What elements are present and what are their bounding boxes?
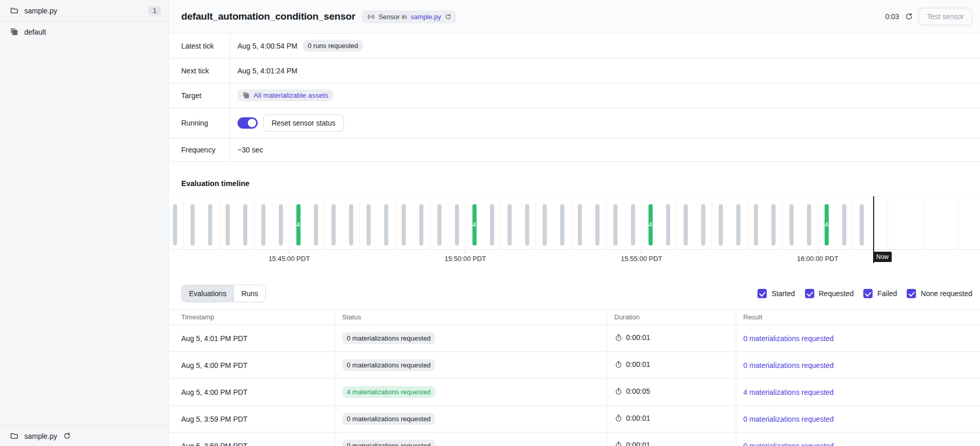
sidebar-item-sample-py[interactable]: sample.py 1: [0, 0, 168, 22]
detail-label: Frequency: [169, 139, 230, 161]
grid-line: [359, 197, 360, 249]
eval-result-link[interactable]: 0 materializations requested: [744, 442, 834, 446]
sidebar: sample.py 1 default sample.py: [0, 0, 169, 446]
checkbox-checked-icon[interactable]: [805, 289, 814, 298]
tick-bar[interactable]: [314, 204, 318, 245]
grid-line: [183, 197, 184, 249]
tick-bar[interactable]: [349, 204, 353, 245]
grid-line: [395, 197, 396, 249]
grid-line: [747, 197, 748, 249]
tick-bar-requested[interactable]: 4: [296, 204, 301, 245]
tick-bar[interactable]: [560, 204, 564, 245]
status-badge: 0 materializations requested: [342, 413, 436, 425]
refresh-icon[interactable]: [445, 13, 451, 20]
grid-line: [606, 197, 607, 249]
tick-bar-requested[interactable]: 4: [472, 204, 477, 245]
filter-failed[interactable]: Failed: [863, 289, 897, 298]
tick-bar[interactable]: [402, 204, 406, 245]
tick-bar[interactable]: [437, 204, 441, 245]
tick-bar[interactable]: [684, 204, 688, 245]
tick-bar[interactable]: [595, 204, 599, 245]
tick-bar[interactable]: [543, 204, 547, 245]
code-location-link[interactable]: sample.py: [410, 13, 441, 21]
checkbox-checked-icon[interactable]: [863, 289, 873, 298]
refresh-icon[interactable]: [905, 12, 913, 21]
tick-bar[interactable]: [719, 204, 723, 245]
reload-icon[interactable]: [63, 432, 71, 440]
folder-icon: [10, 432, 19, 440]
evaluation-timeline-chart[interactable]: 4444 15:45:00 PDT15:50:00 PDT15:55:00 PD…: [169, 196, 980, 269]
tick-bar[interactable]: [771, 204, 776, 245]
detail-row-frequency: Frequency ~30 sec: [169, 139, 980, 162]
tick-bar[interactable]: [842, 204, 846, 245]
evaluations-toolbar: Evaluations Runs StartedRequestedFailedN…: [169, 285, 980, 302]
checkbox-checked-icon[interactable]: [907, 289, 916, 298]
stopwatch-icon: [614, 441, 623, 446]
eval-result-link[interactable]: 4 materializations requested: [744, 388, 834, 396]
tick-bar[interactable]: [736, 204, 740, 245]
tick-bar[interactable]: [331, 204, 336, 245]
tick-bar[interactable]: [367, 204, 371, 245]
tick-bar[interactable]: [666, 204, 670, 245]
tick-bar[interactable]: [243, 204, 247, 245]
refresh-countdown: 0:03: [885, 12, 899, 21]
sidebar-item-default[interactable]: default: [0, 22, 168, 42]
tick-bar[interactable]: [226, 204, 230, 245]
eval-row: Aug 5, 4:00 PM PDT0 materializations req…: [169, 352, 980, 379]
axis-tick: [289, 250, 290, 253]
tick-bar[interactable]: [754, 204, 758, 245]
detail-row-target: Target All materializable assets: [169, 83, 980, 108]
tick-bar[interactable]: [807, 204, 811, 245]
tick-bar[interactable]: [279, 204, 283, 245]
grid-line: [817, 197, 818, 249]
checkbox-checked-icon[interactable]: [757, 289, 767, 298]
axis-label: 15:55:00 PDT: [621, 255, 662, 263]
tick-bar[interactable]: [173, 204, 177, 245]
eval-duration: 0:00:01: [626, 441, 651, 446]
running-toggle[interactable]: [238, 117, 258, 129]
target-assets-link[interactable]: All materializable assets: [238, 89, 333, 101]
tick-bar[interactable]: [508, 204, 512, 245]
reset-sensor-status-button[interactable]: Reset sensor status: [263, 114, 344, 132]
eval-table-body: Aug 5, 4:01 PM PDT0 materializations req…: [169, 325, 980, 446]
tick-bar[interactable]: [525, 204, 529, 245]
tick-bar[interactable]: [490, 204, 494, 245]
filters: StartedRequestedFailedNone requested: [757, 289, 972, 298]
tick-bar[interactable]: [701, 204, 705, 245]
tick-bar[interactable]: [455, 204, 459, 245]
tick-bar[interactable]: [789, 204, 794, 245]
timeline-plot[interactable]: 4444: [169, 196, 980, 250]
filter-none-requested[interactable]: None requested: [907, 289, 972, 298]
tick-bar[interactable]: [860, 204, 864, 245]
detail-label: Next tick: [169, 58, 230, 83]
sensor-details: Latest tick Aug 5, 4:00:54 PM 0 runs req…: [169, 34, 980, 162]
tick-bar[interactable]: [631, 204, 635, 245]
detail-row-latest-tick: Latest tick Aug 5, 4:00:54 PM 0 runs req…: [169, 34, 980, 58]
tick-bar-requested[interactable]: 4: [649, 204, 653, 245]
tick-bar[interactable]: [384, 204, 388, 245]
filter-requested[interactable]: Requested: [805, 289, 854, 298]
column-header-status: Status: [335, 310, 607, 325]
tick-bar[interactable]: [261, 204, 265, 245]
filter-started[interactable]: Started: [757, 289, 795, 298]
tick-bar[interactable]: [208, 204, 212, 245]
tick-bar[interactable]: [613, 204, 618, 245]
grid-line: [465, 197, 466, 249]
eval-result-link[interactable]: 0 materializations requested: [744, 361, 834, 370]
view-mode-tabs: Evaluations Runs: [181, 285, 266, 302]
column-header-timestamp: Timestamp: [169, 310, 335, 325]
tick-bar[interactable]: [419, 204, 423, 245]
tick-bar[interactable]: [191, 204, 195, 245]
detail-label: Target: [169, 83, 230, 107]
tick-bar[interactable]: [578, 204, 582, 245]
eval-result-link[interactable]: 0 materializations requested: [744, 334, 834, 343]
grid-line: [535, 197, 536, 249]
grid-line: [324, 197, 325, 249]
eval-row: Aug 5, 4:01 PM PDT0 materializations req…: [169, 325, 980, 352]
eval-result-link[interactable]: 0 materializations requested: [744, 415, 834, 423]
tick-bar-requested[interactable]: 4: [825, 204, 829, 245]
evaluation-timeline-section: Evaluation timeline 4444 15:45:00 PDT15:…: [169, 162, 980, 269]
test-sensor-button[interactable]: Test sensor: [919, 8, 972, 25]
tab-runs[interactable]: Runs: [233, 285, 265, 302]
tab-evaluations[interactable]: Evaluations: [182, 285, 233, 302]
